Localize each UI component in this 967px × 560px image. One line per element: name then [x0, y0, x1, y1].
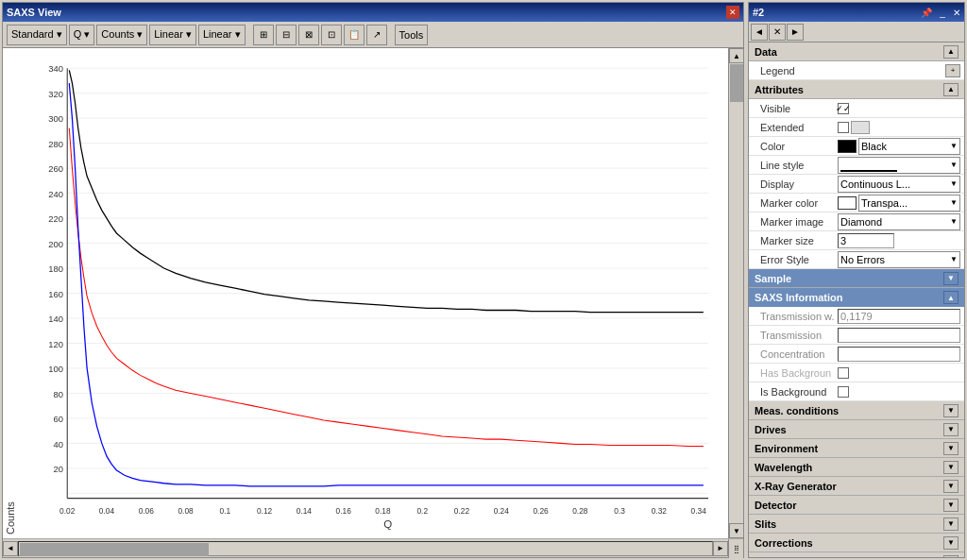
pin-button[interactable]: 📌	[921, 8, 932, 18]
meas-collapse-btn[interactable]: ▼	[943, 404, 959, 417]
xray-generator-section[interactable]: X-Ray Generator ▼	[749, 477, 964, 496]
marker-image-arrow: ▼	[950, 217, 958, 226]
tools-button[interactable]: Tools	[395, 25, 429, 45]
error-style-row: Error Style No Errors ▼	[749, 250, 964, 269]
svg-text:0.32: 0.32	[652, 505, 668, 515]
visible-checkbox[interactable]: ✓	[838, 103, 849, 114]
transmission-w-row: Transmission w.	[749, 307, 964, 326]
environment-section[interactable]: Environment ▼	[749, 439, 964, 458]
attributes-section-header[interactable]: Attributes ▲	[749, 80, 964, 99]
svg-text:0.04: 0.04	[99, 505, 115, 515]
corrections-label: Corrections	[755, 537, 813, 549]
drives-label: Drives	[755, 424, 787, 435]
attributes-section-content: Visible ✓ Extended Color	[749, 99, 964, 269]
extended-checkbox[interactable]	[838, 122, 849, 133]
chart-scrollbar-horizontal[interactable]: ◄ ►	[3, 539, 728, 557]
icon-btn-5[interactable]: 📋	[344, 25, 365, 45]
data-collapse-btn[interactable]: ▲	[943, 45, 959, 59]
scroll-thumb-v[interactable]	[730, 64, 743, 102]
data-section-header[interactable]: Data ▲	[749, 42, 964, 61]
drives-section[interactable]: Drives ▼	[749, 420, 964, 439]
marker-size-row: Marker size 3	[749, 231, 964, 250]
linear1-dropdown[interactable]: Linear ▾	[149, 25, 196, 45]
background-collapse-btn[interactable]: ▼	[943, 555, 959, 558]
right-tb-forward[interactable]: ►	[787, 24, 804, 41]
marker-color-swatch[interactable]	[838, 196, 857, 210]
legend-add-btn[interactable]: +	[945, 64, 960, 77]
wavelength-collapse-btn[interactable]: ▼	[943, 461, 959, 474]
counts-dropdown[interactable]: Counts ▾	[96, 25, 147, 45]
scroll-down-btn[interactable]: ▼	[729, 523, 743, 538]
marker-image-select[interactable]: Diamond ▼	[838, 213, 960, 230]
corrections-collapse-btn[interactable]: ▼	[943, 536, 959, 550]
is-background-checkbox[interactable]	[838, 386, 849, 398]
environment-collapse-btn[interactable]: ▼	[943, 442, 959, 455]
attributes-collapse-btn[interactable]: ▲	[943, 83, 959, 96]
icon-btn-2[interactable]: ⊟	[276, 25, 297, 45]
transmission-input[interactable]	[838, 328, 960, 343]
right-tb-back[interactable]: ◄	[751, 24, 768, 41]
line-style-select[interactable]: ▼	[838, 157, 960, 174]
icon-btn-3[interactable]: ⊠	[298, 25, 319, 45]
saxs-info-header[interactable]: SAXS Information ▲	[749, 288, 964, 307]
svg-text:0.16: 0.16	[336, 505, 352, 515]
sample-section-header[interactable]: Sample ▼	[749, 269, 964, 288]
scroll-track-v[interactable]	[729, 63, 743, 523]
background-section[interactable]: Background ▼	[749, 552, 964, 557]
icon-btn-1[interactable]: ⊞	[253, 25, 274, 45]
svg-text:220: 220	[48, 213, 63, 224]
color-select[interactable]: Black ▼	[858, 138, 960, 155]
right-close-button[interactable]: ✕	[953, 8, 960, 18]
chart-scrollbar-vertical[interactable]: ▲ ▼	[728, 48, 743, 538]
line-style-preview	[840, 159, 897, 172]
icon-btn-6[interactable]: ↗	[366, 25, 387, 45]
has-background-checkbox[interactable]	[838, 367, 849, 379]
transmission-w-value	[838, 309, 960, 324]
transmission-w-input[interactable]	[838, 309, 960, 324]
slits-section[interactable]: Slits ▼	[749, 515, 964, 534]
concentration-input[interactable]	[838, 347, 960, 362]
minimize-btn[interactable]: _	[934, 4, 951, 21]
color-swatch[interactable]	[838, 140, 857, 153]
marker-size-label: Marker size	[753, 235, 838, 246]
linear2-dropdown[interactable]: Linear ▾	[198, 25, 246, 45]
extended-label: Extended	[753, 122, 838, 133]
attributes-section-label: Attributes	[755, 84, 804, 95]
meas-conditions-section[interactable]: Meas. conditions ▼	[749, 401, 964, 420]
slits-collapse-btn[interactable]: ▼	[943, 518, 959, 531]
chart-inner: 340 320 300 280 260 240 220 200 180 160 …	[18, 48, 728, 538]
display-select[interactable]: Continuous L... ▼	[838, 176, 960, 193]
right-panel: #2 📌 _ ✕ ◄ ✕ ► Data ▲ Legend	[748, 2, 965, 558]
scroll-track-h[interactable]	[18, 541, 713, 556]
error-style-select[interactable]: No Errors ▼	[838, 251, 960, 268]
display-row: Display Continuous L... ▼	[749, 175, 964, 194]
corner-resize: ⣿	[728, 539, 743, 558]
standard-dropdown[interactable]: Standard ▾	[7, 25, 67, 45]
q-dropdown[interactable]: Q ▾	[69, 25, 95, 45]
transmission-label: Transmission	[753, 330, 838, 341]
saxs-info-collapse[interactable]: ▲	[943, 291, 959, 304]
detector-collapse-btn[interactable]: ▼	[943, 499, 959, 512]
visible-row: Visible ✓	[749, 99, 964, 118]
xray-collapse-btn[interactable]: ▼	[943, 480, 959, 493]
scroll-left-btn[interactable]: ◄	[3, 541, 18, 556]
scroll-up-btn[interactable]: ▲	[729, 48, 743, 63]
icon-btn-4[interactable]: ⊡	[321, 25, 342, 45]
is-background-label: Is Background	[753, 386, 838, 398]
marker-color-row: Marker color Transpa... ▼	[749, 194, 964, 212]
saxs-view-panel: SAXS View ✕ Standard ▾ Q ▾ Counts ▾ Line…	[2, 2, 744, 558]
svg-text:20: 20	[54, 464, 63, 474]
scroll-right-btn[interactable]: ►	[713, 541, 728, 556]
saxs-close-button[interactable]: ✕	[726, 6, 739, 19]
data-section-label: Data	[755, 46, 777, 58]
right-tb-close[interactable]: ✕	[769, 24, 786, 41]
scroll-thumb-h[interactable]	[20, 543, 209, 556]
wavelength-section[interactable]: Wavelength ▼	[749, 458, 964, 477]
marker-color-select[interactable]: Transpa... ▼	[858, 195, 960, 212]
marker-image-row: Marker image Diamond ▼	[749, 212, 964, 231]
corrections-section[interactable]: Corrections ▼	[749, 534, 964, 552]
sample-collapse-btn[interactable]: ▼	[943, 272, 959, 285]
detector-section[interactable]: Detector ▼	[749, 496, 964, 515]
drives-collapse-btn[interactable]: ▼	[943, 423, 959, 436]
marker-size-input[interactable]: 3	[838, 233, 894, 248]
